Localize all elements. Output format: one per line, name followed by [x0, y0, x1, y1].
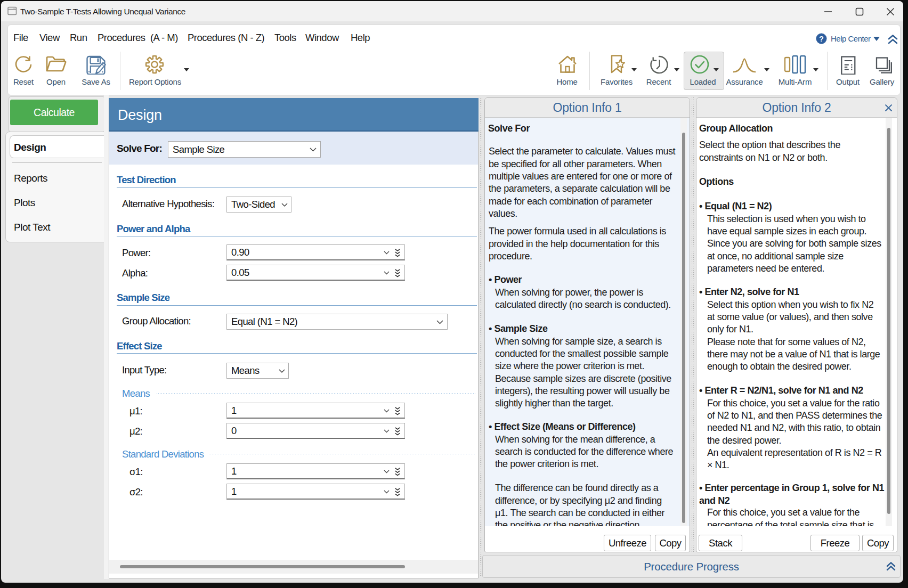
- svg-text:?: ?: [819, 35, 824, 43]
